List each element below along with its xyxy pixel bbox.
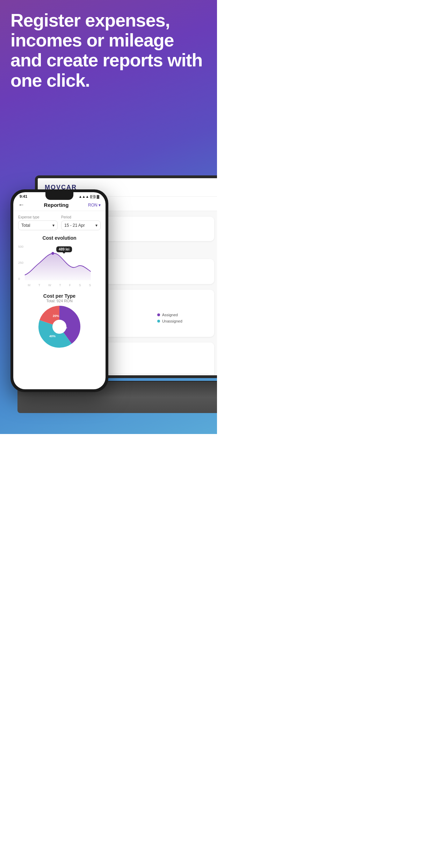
x-label-s1: S <box>79 283 81 287</box>
pie-label-teal: 40% <box>49 334 56 338</box>
period-chevron: ▾ <box>95 223 97 228</box>
assigned-label: Assigned <box>162 313 178 317</box>
wifi-icon: ((·)) <box>90 195 96 198</box>
chart-tooltip: 489 lei <box>56 246 72 252</box>
signal-icon: ▲▲▲ <box>79 195 89 198</box>
unassigned-label: Unassigned <box>162 319 182 323</box>
cost-evolution-chart: 500 250 0 <box>18 244 101 282</box>
cost-per-type-title: Cost per Type <box>18 293 101 299</box>
phone-content: Expense type Total ▾ Period 15 - 21 Apr … <box>13 211 106 380</box>
x-label-t1: T <box>38 283 41 287</box>
y-label-500: 500 <box>18 245 23 248</box>
y-label-250: 250 <box>18 261 23 265</box>
expense-label: Expense type <box>18 215 58 219</box>
x-label-s2: S <box>89 283 91 287</box>
expense-type-filter: Expense type Total ▾ <box>18 215 58 230</box>
back-button[interactable]: ← <box>18 201 24 209</box>
phone-frame: 9:41 ▲▲▲ ((·)) ▓ ← Reporting RON ▾ Expen… <box>10 189 108 392</box>
period-filter: Period 15 - 21 Apr ▾ <box>61 215 101 230</box>
hero-text: Register expenses, incomes or mileage an… <box>10 10 207 91</box>
expense-value: Total <box>21 223 30 228</box>
period-value: 15 - 21 Apr <box>64 223 85 228</box>
expense-select[interactable]: Total ▾ <box>18 220 58 230</box>
phone-navbar: ← Reporting RON ▾ <box>13 199 106 211</box>
unassigned-dot <box>157 320 160 323</box>
cost-evolution-title: Cost evolution <box>18 235 101 241</box>
pie-label-red: 20% <box>53 314 59 318</box>
pie-chart-container: 40% 40% 20% <box>18 306 101 348</box>
y-axis-labels: 500 250 0 <box>18 244 23 282</box>
cost-per-type-section: Cost per Type Total: 924 RON <box>18 293 101 348</box>
legend-assigned: Assigned <box>157 313 182 317</box>
pie-label-purple: 40% <box>61 326 67 329</box>
period-select[interactable]: 15 - 21 Apr ▾ <box>61 220 101 230</box>
battery-icon: ▓ <box>97 195 99 198</box>
status-time: 9:41 <box>20 194 27 198</box>
phone-notch <box>45 192 73 200</box>
x-label-f: F <box>69 283 71 287</box>
cost-per-type-total: Total: 924 RON <box>18 299 101 303</box>
legend-unassigned: Unassigned <box>157 319 182 323</box>
x-label-w: W <box>48 283 51 287</box>
page-title: Reporting <box>44 202 69 208</box>
assigned-dot <box>157 313 160 316</box>
cost-evolution-section: Cost evolution 500 250 0 <box>18 235 101 288</box>
filter-row: Expense type Total ▾ Period 15 - 21 Apr … <box>18 215 101 230</box>
status-icons: ▲▲▲ ((·)) ▓ <box>79 195 99 198</box>
phone-screen: 9:41 ▲▲▲ ((·)) ▓ ← Reporting RON ▾ Expen… <box>13 192 106 389</box>
chart-datapoint <box>51 252 54 255</box>
phone-device: 9:41 ▲▲▲ ((·)) ▓ ← Reporting RON ▾ Expen… <box>10 189 108 392</box>
donut-legend: Assigned Unassigned <box>157 313 182 323</box>
expense-chevron: ▾ <box>52 223 55 228</box>
currency-selector[interactable]: RON ▾ <box>88 203 101 208</box>
x-label-t2: T <box>59 283 61 287</box>
x-axis-labels: M T W T F S S <box>18 282 101 288</box>
pie-chart-svg: 40% 40% 20% <box>33 306 86 348</box>
y-label-0: 0 <box>18 277 23 281</box>
period-label: Period <box>61 215 101 219</box>
x-label-m: M <box>28 283 30 287</box>
